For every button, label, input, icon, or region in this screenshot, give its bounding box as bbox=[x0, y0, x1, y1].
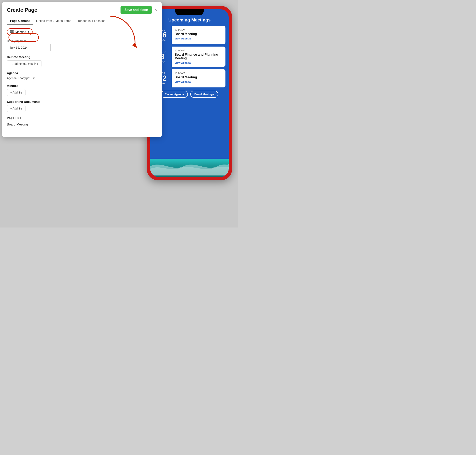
meeting-agenda-link[interactable]: View Agenda bbox=[175, 80, 223, 83]
required-label: (required) bbox=[14, 39, 26, 42]
wave-svg bbox=[150, 159, 229, 176]
grid-icon bbox=[10, 30, 14, 34]
date-input[interactable] bbox=[7, 44, 50, 51]
meeting-card: SEP 12 2024 10:00AM Board Meeting View A… bbox=[153, 69, 225, 88]
meeting-name: Board Meeting bbox=[175, 32, 223, 36]
meeting-info: 10:00AM Board Meeting View Agenda bbox=[172, 69, 225, 88]
meeting-card: JUL 16 2024 10:00AM Board Meeting View A… bbox=[153, 26, 225, 44]
meeting-card: AUG 8 2024 10:00AM Board Finance and Pla… bbox=[153, 47, 225, 67]
tab-teased-location[interactable]: Teased in 1 Location bbox=[74, 17, 109, 25]
agenda-file-name: Agenda 1 copy.pdf bbox=[7, 76, 30, 80]
remote-meeting-label: Remote Meeting bbox=[7, 55, 157, 59]
recent-agenda-button[interactable]: Recent Agenda bbox=[161, 91, 188, 98]
phone-screen: Upcoming Meetings JUL 16 2024 10:00AM Bo… bbox=[150, 9, 229, 177]
phone-ocean bbox=[150, 159, 229, 177]
add-remote-meeting-button[interactable]: + Add remote meeting bbox=[7, 60, 41, 67]
phone-heading: Upcoming Meetings bbox=[153, 17, 225, 23]
svg-rect-1 bbox=[12, 30, 14, 32]
meeting-info: 10:00AM Board Finance and Planning Meeti… bbox=[172, 47, 225, 67]
add-supporting-doc-button[interactable]: + Add file bbox=[7, 105, 25, 112]
minutes-group: Minutes + Add file bbox=[7, 84, 157, 96]
remote-meeting-group: Remote Meeting + Add remote meeting bbox=[7, 55, 157, 67]
meeting-type-button[interactable]: Meeting ▾ bbox=[7, 28, 32, 35]
modal-header-actions: Save and close × bbox=[120, 6, 157, 14]
meeting-time: 10:00AM bbox=[175, 72, 223, 75]
date-label: Date (required) bbox=[7, 39, 157, 42]
phone-content: Upcoming Meetings JUL 16 2024 10:00AM Bo… bbox=[150, 9, 229, 177]
meeting-agenda-link[interactable]: View Agenda bbox=[175, 61, 223, 64]
save-close-button[interactable]: Save and close bbox=[120, 6, 152, 14]
agenda-label: Agenda bbox=[7, 71, 157, 75]
calendar-button[interactable]: 📅 bbox=[50, 44, 51, 51]
meeting-type-label: Meeting bbox=[15, 30, 26, 34]
agenda-file-row: Agenda 1 copy.pdf 🗑 bbox=[7, 76, 157, 80]
svg-rect-0 bbox=[10, 30, 12, 32]
meeting-time: 10:00AM bbox=[175, 28, 223, 31]
page-title-group: Page Title bbox=[7, 116, 157, 128]
meeting-name: Board Meeting bbox=[175, 75, 223, 79]
modal-title: Create Page bbox=[7, 7, 37, 13]
phone-notch bbox=[175, 9, 204, 15]
agenda-group: Agenda Agenda 1 copy.pdf 🗑 bbox=[7, 71, 157, 80]
minutes-label: Minutes bbox=[7, 84, 157, 88]
phone-bottom-buttons: Recent Agenda Board Meetings bbox=[153, 91, 225, 98]
svg-rect-3 bbox=[12, 32, 14, 33]
date-input-wrapper: 📅 bbox=[7, 44, 51, 51]
create-page-modal: Create Page Save and close × Page Conten… bbox=[2, 2, 162, 137]
meeting-info: 10:00AM Board Meeting View Agenda bbox=[172, 26, 225, 44]
meeting-name: Board Finance and Planning Meeting bbox=[175, 53, 223, 60]
supporting-docs-label: Supporting Documents bbox=[7, 100, 157, 103]
modal-tabs: Page Content Linked from 0 Menu Items Te… bbox=[2, 17, 162, 25]
tab-page-content[interactable]: Page Content bbox=[7, 17, 33, 25]
board-meetings-button[interactable]: Board Meetings bbox=[190, 91, 218, 98]
close-button[interactable]: × bbox=[154, 8, 157, 12]
trash-icon: 🗑 bbox=[32, 76, 36, 80]
page-title-label: Page Title bbox=[7, 116, 157, 119]
modal-header: Create Page Save and close × bbox=[2, 2, 162, 14]
agenda-delete-button[interactable]: 🗑 bbox=[32, 76, 36, 80]
meeting-agenda-link[interactable]: View Agenda bbox=[175, 37, 223, 40]
tab-linked-menu[interactable]: Linked from 0 Menu Items bbox=[33, 17, 74, 25]
date-field-group: Date (required) 📅 bbox=[7, 39, 157, 51]
page-title-input[interactable] bbox=[7, 121, 157, 128]
chevron-down-icon: ▾ bbox=[28, 30, 29, 34]
modal-body: Meeting ▾ Date (required) 📅 Remote Meeti… bbox=[2, 25, 162, 137]
svg-rect-2 bbox=[10, 32, 12, 33]
supporting-docs-group: Supporting Documents + Add file bbox=[7, 100, 157, 112]
add-minutes-button[interactable]: + Add file bbox=[7, 89, 25, 96]
meeting-time: 10:00AM bbox=[175, 49, 223, 52]
